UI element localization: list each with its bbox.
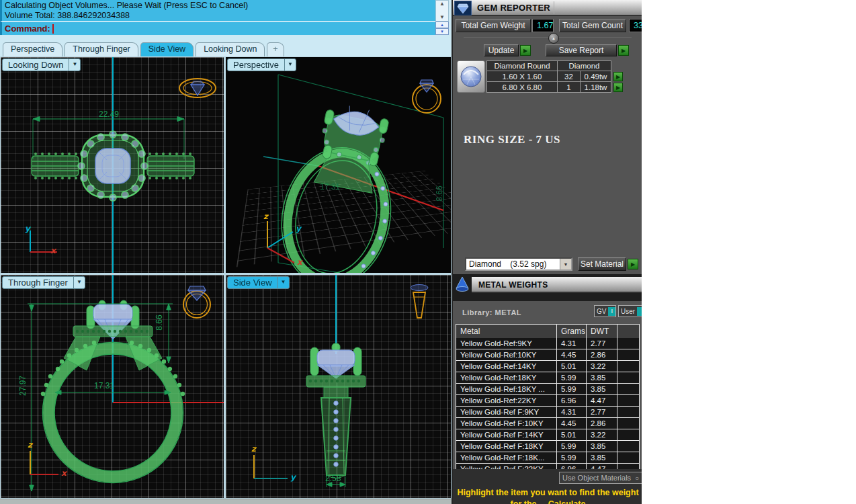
viewport-label-looking-down[interactable]: Looking Down ▼ bbox=[2, 58, 81, 71]
collapse-handle[interactable]: ▲ bbox=[548, 33, 559, 44]
use-object-materials-control[interactable]: Use Object Materials ○ bbox=[559, 472, 642, 484]
gem-table-header: Diamond Round Diamond bbox=[486, 60, 611, 71]
metal-weights-table: Metal Grams DWT Yellow Gold-Ref:9KY4.312… bbox=[456, 324, 640, 474]
viewport-tab-bar: Perspective Through Finger Side View Loo… bbox=[0, 35, 452, 56]
viewport-side-view[interactable]: Side View ▼ bbox=[226, 275, 451, 498]
grams-column-header: Grams bbox=[557, 325, 587, 338]
viewport-perspective[interactable]: Perspective ▼ bbox=[226, 57, 451, 273]
table-row[interactable]: Yellow Gold-Ref F:18K...5.993.85 bbox=[456, 452, 639, 464]
gem-reporter-icon bbox=[454, 1, 472, 15]
metal-grams: 5.01 bbox=[557, 429, 587, 440]
metal-grams: 5.99 bbox=[557, 452, 587, 463]
set-material-button[interactable]: Set Material bbox=[578, 257, 626, 271]
gem-count: 32 bbox=[558, 71, 581, 82]
metal-grams: 5.99 bbox=[557, 384, 587, 394]
chevron-down-icon[interactable]: ▼ bbox=[284, 59, 296, 71]
hint-text-line1: Highlight the item you want to find the … bbox=[453, 488, 642, 497]
spinner-up-icon[interactable]: ▲ bbox=[435, 22, 449, 28]
table-row[interactable]: 6.80 X 6.80 1 1.18tw bbox=[486, 82, 611, 93]
dimension-label: 27.97 bbox=[18, 376, 28, 396]
viewport-label-side-view[interactable]: Side View ▼ bbox=[227, 276, 290, 289]
chevron-down-icon[interactable]: ▼ bbox=[69, 59, 80, 71]
metal-extra bbox=[617, 372, 639, 383]
material-select-value: Diamond (3.52 spg) bbox=[466, 259, 560, 269]
set-material-go-button[interactable]: ▶ bbox=[628, 259, 638, 269]
update-go-button[interactable]: ▶ bbox=[520, 45, 531, 56]
metal-grams: 4.31 bbox=[557, 407, 587, 417]
metal-name: Yellow Gold-Ref:22KY bbox=[456, 395, 557, 406]
spinner-down-icon[interactable]: ▼ bbox=[435, 28, 449, 35]
table-row[interactable]: Yellow Gold-Ref:18KY ...5.993.85 bbox=[456, 384, 639, 395]
command-spinner[interactable]: ▲ ▼ bbox=[435, 22, 449, 35]
tab-perspective[interactable]: Perspective bbox=[3, 42, 62, 56]
table-row[interactable]: Yellow Gold-Ref F:9KY4.312.77 bbox=[456, 407, 639, 418]
command-history-scrollbar[interactable]: ▲ ▼ bbox=[435, 0, 449, 22]
table-row[interactable]: Yellow Gold-Ref:18KY5.993.85 bbox=[456, 372, 639, 384]
play-icon: ▶ bbox=[631, 261, 635, 267]
tab-looking-down[interactable]: Looking Down bbox=[196, 42, 265, 56]
table-row[interactable]: Yellow Gold-Ref:9KY4.312.77 bbox=[456, 338, 639, 349]
table-row[interactable]: Yellow Gold-Ref F:18KY5.993.85 bbox=[456, 441, 639, 452]
metal-name: Yellow Gold-Ref F:10KY bbox=[456, 418, 557, 429]
table-row[interactable]: Yellow Gold-Ref:14KY5.013.22 bbox=[456, 361, 639, 372]
gem-weight: 1.18tw bbox=[581, 82, 611, 93]
chevron-down-icon[interactable]: ▼ bbox=[277, 277, 289, 288]
table-row[interactable]: Yellow Gold-Ref F:14KY5.013.22 bbox=[456, 429, 639, 441]
scroll-up-icon[interactable]: ▲ bbox=[439, 1, 445, 7]
radio-circle-icon: ○ bbox=[635, 474, 639, 482]
metal-grams: 5.01 bbox=[557, 361, 587, 372]
save-report-button[interactable]: Save Report bbox=[546, 44, 617, 56]
metal-extra bbox=[617, 441, 639, 452]
metal-grams: 5.99 bbox=[557, 372, 587, 383]
metal-table-body: Yellow Gold-Ref:9KY4.312.77Yellow Gold-R… bbox=[456, 338, 639, 474]
metal-weights-icon bbox=[454, 276, 470, 293]
command-history[interactable]: Calculating Object Volumes... Please Wai… bbox=[0, 0, 435, 22]
metal-column-header: Metal bbox=[456, 325, 557, 338]
tab-side-view[interactable]: Side View bbox=[140, 42, 194, 56]
gem-thumbnail[interactable] bbox=[457, 60, 485, 93]
chevron-down-icon[interactable]: ▼ bbox=[560, 259, 571, 269]
dimension-label: 8.66 bbox=[435, 185, 444, 201]
total-gem-count-label: Total Gem Count bbox=[559, 19, 626, 32]
gem-type-header: Diamond bbox=[558, 60, 611, 71]
viewport-label-through-finger[interactable]: Through Finger ▼ bbox=[2, 276, 85, 289]
table-row[interactable]: 1.60 X 1.60 32 0.49tw bbox=[486, 71, 611, 82]
metal-grams: 4.45 bbox=[557, 418, 587, 429]
metal-dwt: 3.85 bbox=[587, 452, 617, 463]
tab-through-finger[interactable]: Through Finger bbox=[65, 42, 138, 56]
scroll-down-icon[interactable]: ▼ bbox=[439, 14, 445, 21]
user-toggle[interactable]: User bbox=[618, 305, 642, 317]
update-button[interactable]: Update bbox=[484, 44, 519, 56]
dimension-label: 2.58 bbox=[325, 474, 341, 483]
command-history-line: Calculating Object Volumes... Please Wai… bbox=[5, 1, 433, 11]
dimension-label: 17.31 bbox=[94, 381, 114, 390]
viewport-through-finger[interactable]: Through Finger ▼ bbox=[1, 275, 224, 498]
save-report-go-button[interactable]: ▶ bbox=[618, 45, 629, 56]
metal-dwt: 3.22 bbox=[587, 361, 617, 372]
gem-table: Diamond Round Diamond 1.60 X 1.60 32 0.4… bbox=[486, 60, 611, 93]
viewport-label-perspective[interactable]: Perspective ▼ bbox=[227, 58, 296, 71]
gem-row-go-button[interactable]: ▶ bbox=[613, 72, 623, 81]
axis-x-label: x bbox=[297, 257, 302, 267]
axis-z-label: z bbox=[28, 440, 32, 450]
dimension-label: 17.31 bbox=[320, 182, 340, 192]
metal-weights-header: METAL WEIGHTS bbox=[472, 277, 642, 293]
gem-row-go-button[interactable]: ▶ bbox=[613, 83, 623, 92]
material-select[interactable]: Diamond (3.52 spg) ▼ bbox=[465, 257, 572, 271]
app-window: Calculating Object Volumes... Please Wai… bbox=[0, 0, 856, 504]
chevron-down-icon[interactable]: ▼ bbox=[73, 277, 85, 288]
play-icon: ▶ bbox=[523, 48, 527, 54]
command-input-row[interactable]: Command: bbox=[0, 22, 435, 35]
gem-count: 1 bbox=[558, 82, 581, 93]
add-tab-button[interactable]: + bbox=[267, 42, 284, 56]
viewport-looking-down[interactable]: Looking Down ▼ bbox=[1, 57, 224, 273]
metal-name: Yellow Gold-Ref:10KY bbox=[456, 349, 557, 360]
play-icon: ▶ bbox=[622, 48, 626, 54]
table-row[interactable]: Yellow Gold-Ref F:10KY4.452.86 bbox=[456, 418, 639, 429]
table-row[interactable]: Yellow Gold-Ref:10KY4.452.86 bbox=[456, 349, 639, 361]
divider bbox=[464, 38, 632, 39]
gem-reporter-panel: GEM REPORTER Total Gem Weight 1.67 Total… bbox=[452, 0, 642, 504]
gv-toggle[interactable]: GV I bbox=[594, 305, 616, 317]
table-row[interactable]: Yellow Gold-Ref:22KY6.964.47 bbox=[456, 395, 639, 407]
metal-grams: 4.31 bbox=[557, 338, 587, 349]
